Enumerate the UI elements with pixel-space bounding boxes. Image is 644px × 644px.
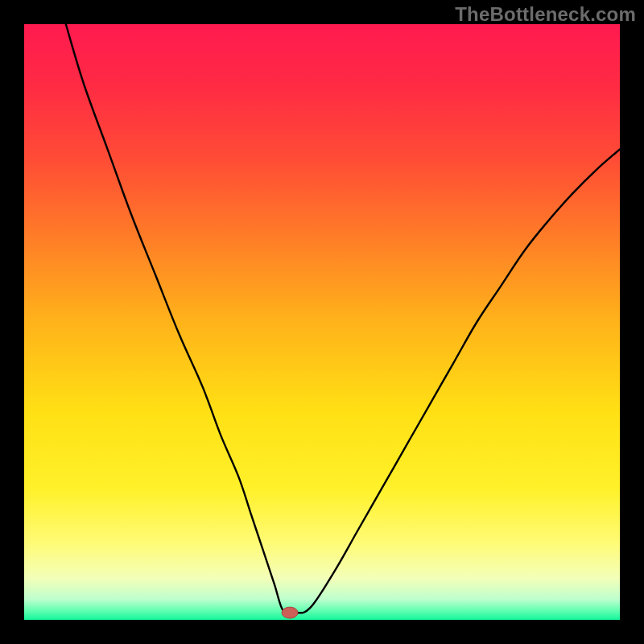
plot-area xyxy=(24,24,620,620)
gradient-background xyxy=(24,24,620,620)
bottleneck-chart xyxy=(24,24,620,620)
chart-stage: TheBottleneck.com xyxy=(0,0,644,644)
watermark-text: TheBottleneck.com xyxy=(455,3,636,26)
optimal-point-marker xyxy=(282,607,298,618)
